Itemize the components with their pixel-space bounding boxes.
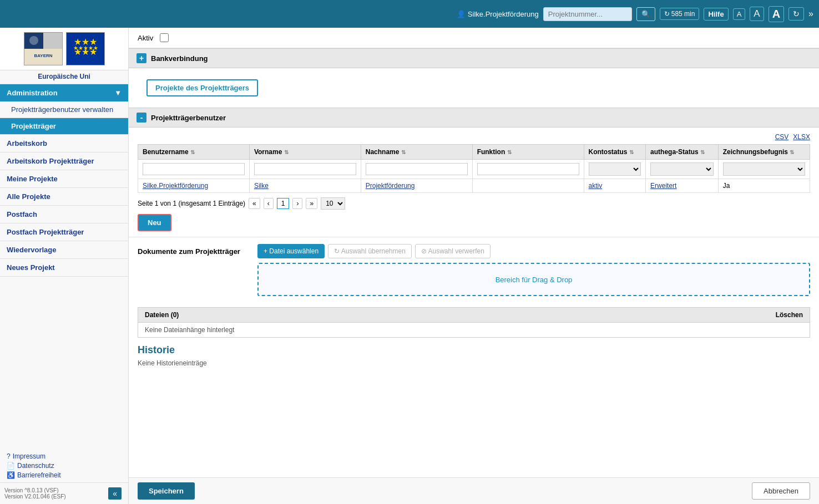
- files-count-label: Dateien (0): [145, 311, 179, 319]
- svg-text:BAYERN: BAYERN: [34, 53, 52, 58]
- th-funktion: Funktion ⇅: [472, 145, 584, 160]
- filter-benutzername[interactable]: [143, 163, 245, 175]
- admin-chevron-icon: ▼: [114, 89, 122, 97]
- impressum-link[interactable]: ? Impressum: [7, 452, 122, 460]
- kontostatus-link[interactable]: aktiv: [589, 182, 603, 190]
- cancel-button[interactable]: Abbrechen: [752, 482, 810, 500]
- current-page: 1: [277, 198, 290, 209]
- aktiv-checkbox[interactable]: [160, 33, 169, 42]
- th-vorname: Vorname ⇅: [249, 145, 361, 160]
- topbar-user: 👤 Silke.Projektförderung: [457, 10, 539, 18]
- sort-zeichnung-icon[interactable]: ⇅: [790, 149, 794, 155]
- version-label: Version ^8.0.13 (VSF) Version V2.01.046 …: [4, 487, 66, 500]
- sidebar-item-projekttraeger[interactable]: Projektträger: [0, 118, 128, 135]
- font-medium-button[interactable]: A: [750, 7, 764, 21]
- hilfe-button[interactable]: Hilfe: [704, 8, 728, 21]
- files-body: Keine Dateianhänge hinterlegt: [138, 323, 810, 337]
- sort-benutzername-icon[interactable]: ⇅: [190, 149, 195, 155]
- neu-button[interactable]: Neu: [138, 214, 171, 231]
- sidebar-item-meine-projekte[interactable]: Meine Projekte: [0, 170, 128, 188]
- sidebar-item-arbeitskorb-projekttraeger[interactable]: Arbeitskorb Projektträger: [0, 152, 128, 170]
- th-kontostatus: Kontostatus ⇅: [584, 145, 646, 160]
- bankverbindung-toggle[interactable]: +: [136, 53, 146, 63]
- font-small-button[interactable]: A: [733, 8, 746, 20]
- dokumente-label: Dokumente zum Projektträger: [138, 244, 249, 256]
- sidebar-item-arbeitskorb[interactable]: Arbeitskorb: [0, 135, 128, 152]
- pagination-info: Seite 1 von 1 (insgesamt 1 Einträge): [138, 200, 245, 207]
- logo-right: ★★★ ★★★ ★★★★★: [66, 32, 105, 65]
- authega-link[interactable]: Erweitert: [650, 182, 676, 190]
- collapse-topbar-button[interactable]: »: [808, 9, 813, 19]
- sort-funktion-icon[interactable]: ⇅: [507, 149, 512, 155]
- refresh-small-icon: ↻: [664, 10, 670, 18]
- filter-kontostatus[interactable]: [589, 162, 641, 176]
- filter-authega-cell: [646, 160, 719, 179]
- projekttraeger-header[interactable]: - Projektträgerbenutzer: [129, 108, 819, 128]
- filter-funktion[interactable]: [477, 163, 579, 175]
- sidebar-item-wiedervorlage[interactable]: Wiedervorlage: [0, 241, 128, 259]
- historie-section: Historie Keine Historieneinträge: [129, 338, 819, 374]
- cell-authega: Erweitert: [646, 179, 719, 193]
- sort-kontostatus-icon[interactable]: ⇅: [629, 149, 634, 155]
- content-area: Aktiv + Bankverbindung Projekte des Proj…: [129, 28, 819, 504]
- sidebar-logo: BAYERN ★★★ ★★★ ★★★★★: [0, 28, 128, 70]
- projekttraeger-toggle[interactable]: -: [136, 113, 146, 123]
- th-benutzername: Benutzername ⇅: [138, 145, 250, 160]
- cell-benutzername: Silke.Projektförderung: [138, 179, 250, 193]
- sidebar-item-postfach-projekttraeger[interactable]: Postfach Projektträger: [0, 223, 128, 241]
- refresh-button[interactable]: ↻: [788, 7, 804, 21]
- sort-authega-icon[interactable]: ⇅: [700, 149, 705, 155]
- svg-point-5: [29, 36, 38, 45]
- benutzername-link[interactable]: Silke.Projektförderung: [143, 182, 208, 190]
- filter-zeichnung[interactable]: [723, 162, 805, 176]
- projekte-btn[interactable]: Projekte des Projektträgers: [146, 79, 258, 96]
- sidebar: BAYERN ★★★ ★★★ ★★★★★ Europäische Uni Adm…: [0, 28, 129, 504]
- filter-authega[interactable]: [650, 162, 714, 176]
- dokumente-section: Dokumente zum Projektträger + Datei ausw…: [129, 237, 819, 307]
- cell-vorname: Silke: [249, 179, 361, 193]
- sidebar-item-alle-projekte[interactable]: Alle Projekte: [0, 188, 128, 206]
- sort-vorname-icon[interactable]: ⇅: [284, 149, 289, 155]
- table-row: Silke.Projektförderung Silke Projektförd…: [138, 179, 810, 193]
- barrierefreiheit-icon: ♿: [7, 471, 15, 479]
- search-input[interactable]: [543, 7, 632, 21]
- table-actions: CSV XLSX: [138, 133, 810, 141]
- xlsx-link[interactable]: XLSX: [793, 133, 810, 141]
- first-page-button[interactable]: «: [249, 198, 260, 209]
- auswahl-verwerfen-button[interactable]: ⊘ Auswahl verwerfen: [415, 244, 491, 258]
- timer-display: ↻ 585 min: [660, 8, 700, 20]
- csv-link[interactable]: CSV: [775, 133, 789, 141]
- nachname-link[interactable]: Projektförderung: [366, 182, 415, 190]
- barrierefreiheit-link[interactable]: ♿ Barrierefreiheit: [7, 471, 122, 479]
- bankverbindung-header[interactable]: + Bankverbindung: [129, 48, 819, 68]
- font-large-button[interactable]: A: [769, 6, 784, 22]
- th-nachname: Nachname ⇅: [361, 145, 472, 160]
- sidebar-item-postfach[interactable]: Postfach: [0, 206, 128, 223]
- sidebar-collapse-button[interactable]: «: [108, 487, 122, 500]
- filter-kontostatus-cell: [584, 160, 646, 179]
- datei-auswaehlen-button[interactable]: + Datei auswählen: [257, 244, 325, 258]
- filter-vorname[interactable]: [254, 163, 356, 175]
- drop-zone[interactable]: Bereich für Drag & Drop: [257, 263, 810, 296]
- table-header-row: Benutzername ⇅ Vorname ⇅ Nachname ⇅: [138, 145, 810, 160]
- sidebar-admin-header[interactable]: Administration ▼: [0, 84, 128, 101]
- next-page-button[interactable]: ›: [292, 198, 302, 209]
- sidebar-footer-links: ? Impressum 📄 Datenschutz ♿ Barrierefrei…: [0, 449, 128, 482]
- no-files-label: Keine Dateianhänge hinterlegt: [145, 326, 234, 334]
- datenschutz-link[interactable]: 📄 Datenschutz: [7, 462, 122, 470]
- last-page-button[interactable]: »: [306, 198, 317, 209]
- filter-nachname[interactable]: [366, 163, 468, 175]
- page-size-select[interactable]: 10 25 50: [321, 197, 345, 210]
- vorname-link[interactable]: Silke: [254, 182, 269, 190]
- impressum-icon: ?: [7, 452, 11, 460]
- search-button[interactable]: 🔍: [636, 7, 655, 21]
- sidebar-item-projekttraegerbenutzer[interactable]: Projektträgerbenutzer verwalten: [0, 101, 128, 118]
- sort-nachname-icon[interactable]: ⇅: [401, 149, 406, 155]
- logo-left: BAYERN: [24, 32, 63, 65]
- save-button[interactable]: Speichern: [138, 482, 195, 500]
- svg-rect-2: [43, 33, 62, 49]
- sidebar-item-neues-projekt[interactable]: Neues Projekt: [0, 259, 128, 277]
- prev-page-button[interactable]: ‹: [264, 198, 274, 209]
- user-icon: 👤: [457, 10, 466, 18]
- auswahl-uebernehmen-button[interactable]: ↻ Auswahl übernehmen: [328, 244, 412, 258]
